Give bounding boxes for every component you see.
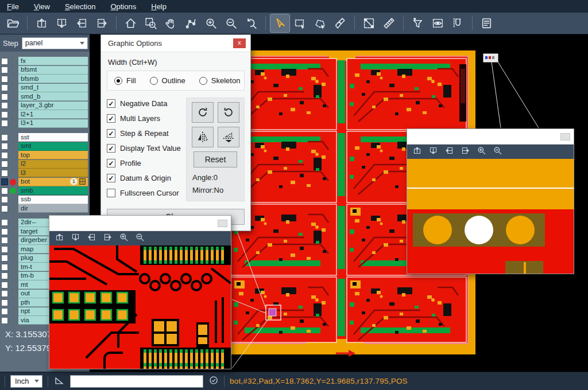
layer-row-l2[interactable]: l2 xyxy=(0,160,90,169)
layer-row-bot[interactable]: bot1 xyxy=(0,178,90,187)
layer-row-smb[interactable]: smb xyxy=(0,186,90,196)
layer-visible-checkbox[interactable] xyxy=(1,120,8,127)
menu-file[interactable]: File xyxy=(7,2,19,11)
zoom-out-button[interactable] xyxy=(222,14,241,32)
unit-select[interactable]: Inch xyxy=(10,375,42,388)
layer-visible-checkbox[interactable] xyxy=(1,111,8,118)
layer-visible-checkbox[interactable] xyxy=(1,196,8,203)
layer-visible-checkbox[interactable] xyxy=(1,84,8,91)
layer-visible-checkbox[interactable] xyxy=(1,205,8,212)
dialog-titlebar[interactable]: Graphic Options x xyxy=(101,35,250,52)
layer-visible-checkbox[interactable] xyxy=(1,282,8,288)
layer-visible-checkbox[interactable] xyxy=(1,161,8,167)
checkbox-negative-data[interactable]: ✓Negative Data xyxy=(107,99,181,108)
layer-visible-checkbox[interactable] xyxy=(1,264,8,271)
snap-button[interactable] xyxy=(448,14,467,32)
window-button-icon[interactable] xyxy=(560,133,570,141)
select-rect-button[interactable] xyxy=(291,14,310,32)
layer-visible-checkbox[interactable] xyxy=(1,219,8,226)
layer-row-ssb[interactable]: ssb xyxy=(0,196,90,205)
report-panel-button[interactable] xyxy=(477,14,496,32)
layer-visible-checkbox[interactable] xyxy=(1,255,8,262)
layer-visible-checkbox[interactable] xyxy=(1,58,8,65)
flip-horizontal-button[interactable] xyxy=(192,127,214,147)
reset-button[interactable]: Reset xyxy=(194,151,237,167)
pan-hand-button[interactable] xyxy=(161,14,180,32)
rotate-ccw-button[interactable] xyxy=(218,102,239,123)
layer-visible-checkbox[interactable] xyxy=(1,290,8,297)
layer-visible-checkbox[interactable] xyxy=(1,228,8,235)
layer-visible-checkbox[interactable] xyxy=(1,170,8,177)
zoom-out-button[interactable] xyxy=(135,232,145,244)
select-arrow-button[interactable] xyxy=(270,14,289,32)
radio-outline[interactable]: Outline xyxy=(150,76,185,85)
checkbox-profile[interactable]: ✓Profile xyxy=(107,159,181,167)
home-button[interactable] xyxy=(121,14,140,32)
checkbox-fullscreen-cursor[interactable]: Fullscreen Cursor xyxy=(107,189,181,197)
pan-right-button[interactable] xyxy=(92,14,111,32)
layer-visible-checkbox[interactable] xyxy=(1,272,8,279)
command-input[interactable] xyxy=(70,375,203,388)
window-button-icon[interactable] xyxy=(218,220,227,227)
checkbox-step-repeat[interactable]: ✓Step & Repeat xyxy=(107,129,181,138)
radio-skeleton[interactable]: Skeleton xyxy=(199,76,241,85)
pan-down-button[interactable] xyxy=(428,146,438,158)
radio-fill[interactable]: Fill xyxy=(114,76,136,85)
zoom-window-button[interactable] xyxy=(141,14,160,32)
layer-visible-checkbox[interactable] xyxy=(1,152,8,159)
zoom-in-button[interactable] xyxy=(202,14,220,32)
measure-line-button[interactable] xyxy=(359,14,378,32)
magnifier-2-view[interactable] xyxy=(407,159,574,274)
layer-row-l2+1[interactable]: l2+1 xyxy=(0,110,90,119)
layer-row-dir[interactable]: dir xyxy=(0,204,90,213)
pan-left-button[interactable] xyxy=(72,14,91,32)
menu-help[interactable]: Help xyxy=(151,2,167,11)
select-polygon-button[interactable] xyxy=(311,14,330,32)
pan-up-button[interactable] xyxy=(55,232,64,244)
edit-vertex-button[interactable] xyxy=(181,14,200,32)
pan-down-button[interactable] xyxy=(71,232,80,244)
checkbox-multi-layers[interactable]: ✓Multi Layers xyxy=(107,114,181,123)
zoom-in-button[interactable] xyxy=(477,146,486,158)
clean-brush-button[interactable] xyxy=(331,14,350,32)
layer-visible-checkbox[interactable] xyxy=(1,188,8,194)
menu-selection[interactable]: Selection xyxy=(65,2,95,11)
layer-visible-checkbox[interactable] xyxy=(1,308,8,315)
pan-right-button[interactable] xyxy=(461,146,470,158)
pan-left-button[interactable] xyxy=(87,232,96,244)
refresh-status-icon[interactable] xyxy=(208,375,219,388)
layer-visible-checkbox[interactable] xyxy=(1,102,8,109)
layer-row-sst[interactable]: sst xyxy=(0,133,90,142)
checkbox-datum-origin[interactable]: ✓Datum & Origin xyxy=(107,174,181,182)
layer-visible-checkbox[interactable] xyxy=(1,93,8,100)
layer-visible-checkbox[interactable] xyxy=(1,237,8,244)
pan-up-button[interactable] xyxy=(32,14,51,32)
pan-left-button[interactable] xyxy=(444,146,454,158)
zoom-in-button[interactable] xyxy=(119,232,129,244)
flip-vertical-button[interactable] xyxy=(218,127,239,147)
layer-row-l3+1[interactable]: l3+1 xyxy=(0,119,90,128)
pan-right-button[interactable] xyxy=(103,232,113,244)
layer-row-bfsmt[interactable]: bfsmt xyxy=(0,66,90,75)
menu-options[interactable]: Options xyxy=(110,2,136,11)
magnifier-1-view[interactable] xyxy=(49,245,231,369)
layer-visible-checkbox[interactable] xyxy=(1,76,8,83)
filter-button[interactable] xyxy=(408,14,427,32)
rotate-cw-button[interactable] xyxy=(192,102,214,123)
measure-ruler-button[interactable] xyxy=(380,14,399,32)
layer-row-top[interactable]: top xyxy=(0,151,90,160)
layer-visible-checkbox[interactable] xyxy=(1,178,8,185)
magnifier-1-titlebar[interactable] xyxy=(49,216,231,231)
close-icon[interactable]: x xyxy=(233,38,246,48)
layer-row-fx[interactable]: fx xyxy=(0,57,90,66)
layer-row-layer_3.gbr[interactable]: layer_3.gbr xyxy=(0,102,90,111)
zoom-out-button[interactable] xyxy=(493,146,502,158)
layer-visible-checkbox[interactable] xyxy=(1,317,8,324)
layer-visible-checkbox[interactable] xyxy=(1,67,8,73)
zoom-previous-button[interactable] xyxy=(242,14,261,32)
snap-angle-icon[interactable] xyxy=(53,375,65,388)
menu-view[interactable]: View xyxy=(34,2,50,11)
step-select[interactable]: panel xyxy=(22,37,88,49)
layer-row-smd_t[interactable]: smd_t xyxy=(0,84,90,93)
view-options-button[interactable] xyxy=(428,14,447,32)
